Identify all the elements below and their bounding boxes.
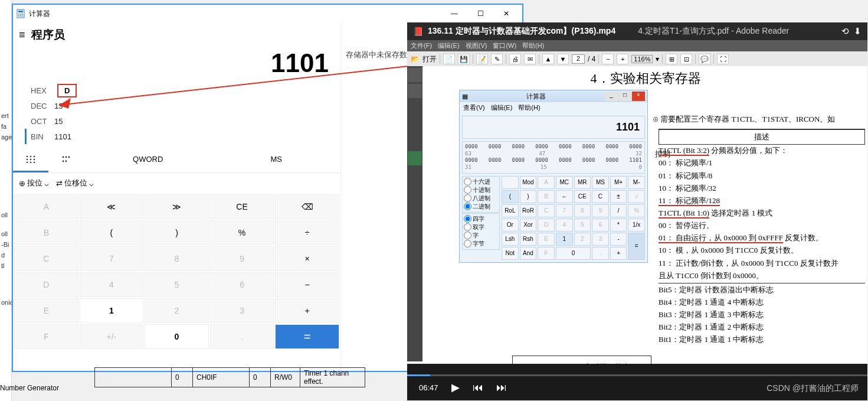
svg-point-3	[20, 14, 21, 15]
svg-point-17	[63, 157, 64, 158]
embedded-calculator: ▦ 计算器 _ □ × 查看(V)编辑(E)帮助(H) 1101 0000000…	[459, 90, 648, 263]
wordsize-group[interactable]: 四字 双字 字 字节	[462, 213, 500, 250]
save-icon[interactable]: 💾	[458, 54, 470, 64]
tab-ms[interactable]: MS	[212, 149, 341, 172]
tab-bits-icon[interactable]	[48, 149, 84, 172]
hamburger-icon[interactable]: ≡	[19, 29, 25, 41]
key-divide[interactable]: ÷	[275, 220, 339, 245]
mini-bits: 00000000000000000000000000000000 634732 …	[462, 141, 645, 174]
share-icon[interactable]: ⟲	[841, 26, 849, 37]
key-rshift[interactable]: ≫	[145, 194, 209, 219]
key-backspace[interactable]: ⌫	[275, 194, 339, 219]
next-icon[interactable]: ⏭	[496, 382, 507, 394]
calculator-icon	[16, 9, 25, 18]
key-9: 9	[210, 246, 274, 271]
keypad: A ≪ ≫ CE ⌫ B ( ) % ÷ C 7 8 9 × D 4 5 6 −…	[13, 193, 340, 371]
view-tabs: QWORD MS	[13, 149, 340, 173]
close-button[interactable]: ✕	[493, 5, 519, 22]
key-equals[interactable]: =	[275, 324, 339, 349]
pdf-toolbar[interactable]: 📂 打开 📄 💾 📝 ✎ 🖨 ✉ ▲ ▼ 2 / 4 − + 116%▾ ⊞ ⊡…	[407, 51, 867, 67]
key-3: 3	[210, 298, 274, 323]
key-rparen[interactable]: )	[145, 220, 209, 245]
open-button[interactable]: 打开	[422, 54, 437, 64]
key-ce[interactable]: CE	[210, 194, 274, 219]
annotate-icon[interactable]	[408, 151, 422, 165]
tab-keypad-icon[interactable]	[13, 149, 48, 172]
key-1[interactable]: 1	[80, 298, 144, 323]
svg-point-5	[18, 15, 19, 17]
svg-point-16	[34, 162, 35, 163]
create-pdf-icon[interactable]: 📄	[443, 54, 455, 64]
comment-icon[interactable]: 💬	[699, 54, 710, 64]
minimize-button[interactable]: —	[441, 5, 467, 22]
key-subtract[interactable]: −	[275, 272, 339, 297]
base-bin[interactable]: BIN1101	[25, 129, 329, 144]
play-icon[interactable]: ▶	[451, 381, 460, 394]
page-down-icon[interactable]: ▼	[557, 54, 569, 64]
svg-point-20	[63, 161, 64, 162]
video-title: 136.11 定时器与计数器基础开发com】(P136).mp4	[428, 26, 615, 37]
key-percent[interactable]: %	[210, 220, 274, 245]
tab-qword[interactable]: QWORD	[84, 149, 212, 172]
video-titlebar: 📕 136.11 定时器与计数器基础开发com】(P136).mp4 4.定时器…	[407, 22, 867, 40]
convert-icon[interactable]: 📝	[476, 54, 488, 64]
key-lshift[interactable]: ≪	[80, 194, 144, 219]
key-0[interactable]: 0	[145, 324, 209, 349]
key-d: D	[14, 272, 78, 297]
t1stat-cell: T1STAT(0xAF) 定时器 1 状态	[512, 356, 651, 364]
svg-point-14	[27, 162, 28, 163]
thumbnails-icon[interactable]	[408, 68, 422, 82]
video-player: 📕 136.11 定时器与计数器基础开发com】(P136).mp4 4.定时器…	[407, 22, 867, 400]
tool-icon[interactable]: ⊞	[666, 54, 677, 64]
key-c: C	[14, 246, 78, 271]
left-fragment: ert fa age oll oll -Bi d tl onic	[0, 0, 12, 401]
zoom-in-icon[interactable]: +	[617, 54, 628, 64]
fullscreen-icon[interactable]: ⛶	[717, 54, 729, 64]
mini-minimize[interactable]: _	[605, 92, 618, 101]
key-add[interactable]: +	[275, 298, 339, 323]
progress-bar[interactable]	[407, 374, 867, 376]
mini-menu[interactable]: 查看(V)编辑(E)帮助(H)	[460, 102, 647, 113]
print-icon[interactable]: 🖨	[509, 54, 521, 64]
svg-point-21	[65, 161, 67, 162]
bitwise-dropdown[interactable]: ⊕按位⌵	[19, 178, 49, 188]
mini-maximize[interactable]: □	[618, 92, 631, 101]
mini-equals[interactable]: =	[628, 233, 645, 260]
email-icon[interactable]: ✉	[524, 54, 536, 64]
key-a: A	[14, 194, 78, 219]
svg-point-19	[68, 157, 70, 158]
doc-text: ⊙ 需要配置三个寄存器 T1CTL、T1STAT、IRCON。如 描述 T1CT…	[659, 113, 865, 347]
svg-point-7	[22, 15, 23, 17]
hex-value-highlight: D	[57, 84, 77, 97]
prev-icon[interactable]: ⏮	[473, 382, 483, 394]
key-4: 4	[80, 272, 144, 297]
page-number-input[interactable]: 2	[572, 54, 585, 64]
base-hex[interactable]: HEX D	[25, 83, 329, 98]
bitshift-dropdown[interactable]: ⇄位移位⌵	[56, 178, 94, 188]
download-icon[interactable]: ⬇	[854, 26, 862, 37]
mini-keypad: ModAMCMRMSM+M- ()B←CEC±√ RoLRoRC789/% Or…	[502, 176, 645, 260]
open-file-icon[interactable]: 📂	[411, 55, 420, 63]
svg-point-18	[65, 157, 67, 158]
pdf-sidebar[interactable]	[407, 66, 422, 361]
key-5: 5	[145, 272, 209, 297]
background-table-fragment: 0 CH0IF 0 R/W0 Timer 1 chann effect.	[94, 367, 365, 387]
pdf-page-content: 4．实验相关寄存器 ▦ 计算器 _ □ × 查看(V)编辑(E)帮助(H) 11…	[424, 66, 867, 364]
radix-group[interactable]: 十六进 十进制 八进制 二进制	[462, 176, 500, 213]
sign-icon[interactable]: ✎	[491, 54, 503, 64]
mini-close[interactable]: ×	[632, 92, 645, 101]
page-up-icon[interactable]: ▲	[542, 54, 554, 64]
base-oct[interactable]: OCT15	[25, 113, 329, 129]
key-multiply[interactable]: ×	[275, 246, 339, 271]
zoom-level[interactable]: 116%	[631, 55, 653, 63]
base-dec[interactable]: DEC13	[25, 98, 329, 113]
key-lparen[interactable]: (	[80, 220, 144, 245]
pdf-menubar[interactable]: 文件(F)编辑(E)视图(V)窗口(W)帮助(H)	[407, 40, 867, 51]
bookmarks-icon[interactable]	[408, 84, 422, 98]
key-f: F	[14, 324, 78, 349]
maximize-button[interactable]: ☐	[467, 5, 493, 22]
tool-icon2[interactable]: ⊡	[680, 54, 692, 64]
key-7: 7	[80, 246, 144, 271]
zoom-out-icon[interactable]: −	[602, 54, 614, 64]
svg-point-15	[30, 162, 32, 163]
